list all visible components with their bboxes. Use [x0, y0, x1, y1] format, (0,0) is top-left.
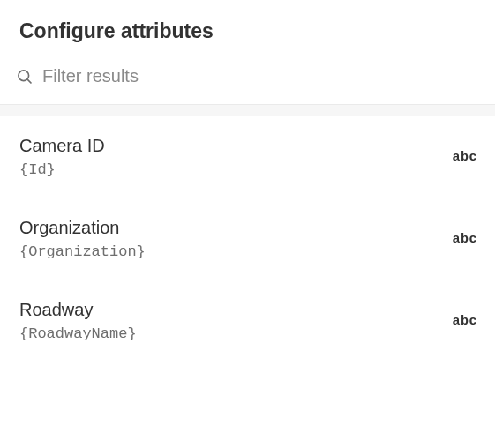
type-icon: abc — [452, 314, 477, 329]
attribute-row[interactable]: Camera ID {Id} abc — [0, 116, 495, 198]
attribute-list: Camera ID {Id} abc Organization {Organiz… — [0, 116, 495, 362]
attribute-expression: {Organization} — [19, 243, 146, 260]
type-icon: abc — [452, 150, 477, 165]
attribute-label: Roadway — [19, 300, 137, 320]
filter-input[interactable] — [42, 66, 479, 86]
attribute-row-text: Roadway {RoadwayName} — [19, 300, 137, 342]
separator-bar — [0, 104, 495, 116]
attribute-label: Camera ID — [19, 136, 105, 156]
attribute-row-text: Camera ID {Id} — [19, 136, 105, 178]
attribute-row-text: Organization {Organization} — [19, 218, 146, 260]
attribute-expression: {Id} — [19, 161, 105, 178]
attribute-row[interactable]: Organization {Organization} abc — [0, 198, 495, 280]
attribute-expression: {RoadwayName} — [19, 325, 137, 342]
search-icon — [16, 68, 34, 86]
type-icon: abc — [452, 232, 477, 247]
attribute-row[interactable]: Roadway {RoadwayName} abc — [0, 280, 495, 362]
svg-point-0 — [19, 70, 29, 80]
filter-row — [0, 59, 495, 104]
page-title: Configure attributes — [0, 0, 495, 59]
attribute-label: Organization — [19, 218, 146, 238]
svg-line-1 — [27, 79, 31, 83]
